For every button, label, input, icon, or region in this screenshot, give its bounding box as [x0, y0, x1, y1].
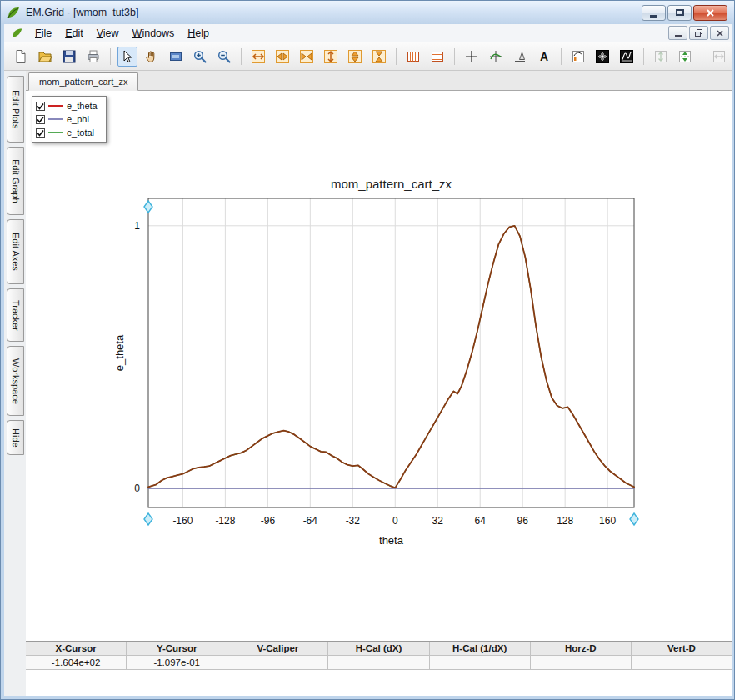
- svg-text:160: 160: [599, 515, 616, 527]
- plot-style-icon[interactable]: [568, 47, 588, 67]
- status-value: [632, 656, 732, 670]
- toolbar-separator: [643, 48, 644, 65]
- svg-text:-96: -96: [261, 515, 276, 527]
- svg-text:32: 32: [432, 515, 444, 527]
- status-value: [228, 656, 328, 670]
- svg-text:64: 64: [475, 515, 487, 527]
- expand-y-icon[interactable]: [321, 47, 341, 67]
- save-icon[interactable]: [59, 47, 79, 67]
- legend-checkbox-e-total[interactable]: [36, 128, 45, 138]
- grid-columns-icon[interactable]: [403, 47, 423, 67]
- maximize-button[interactable]: [668, 5, 692, 21]
- svg-text:-160: -160: [172, 515, 192, 527]
- legend-checkbox-e-phi[interactable]: [36, 115, 45, 124]
- close-button[interactable]: [693, 5, 728, 21]
- zoom-box-tool-icon[interactable]: [166, 47, 186, 67]
- svg-text:0: 0: [134, 482, 140, 494]
- chart-canvas[interactable]: -160-128-96-64-32032649612816001mom_patt…: [26, 91, 732, 641]
- toolbar: A Layou: [4, 42, 732, 71]
- status-value: [328, 656, 429, 670]
- app-icon: [6, 5, 21, 20]
- window-title: EM.Grid - [wmom_tut3b]: [26, 7, 642, 18]
- sidebar-tab-edit-plots[interactable]: Edit Plots: [7, 76, 24, 142]
- sidebar-tab-hide[interactable]: Hide: [7, 420, 24, 455]
- legend-item: e_phi: [36, 112, 102, 126]
- scroll-y-icon[interactable]: [345, 47, 365, 67]
- menu-edit[interactable]: Edit: [58, 25, 90, 42]
- shrink-y-icon[interactable]: [369, 47, 389, 67]
- status-header: Y-Cursor: [127, 642, 228, 656]
- document-icon[interactable]: [11, 27, 23, 39]
- axis-scale-handle[interactable]: [144, 513, 152, 525]
- sidebar-tab-edit-graph[interactable]: Edit Graph: [7, 147, 24, 215]
- caliper-tool-icon[interactable]: [510, 47, 530, 67]
- legend-label: e_theta: [67, 101, 98, 111]
- status-value: -1.097e-01: [127, 656, 228, 670]
- grid-lines: [148, 198, 634, 508]
- legend-line-sample: [48, 132, 63, 133]
- menu-file[interactable]: File: [28, 25, 58, 42]
- document-tab[interactable]: mom_pattern_cart_zx: [28, 72, 138, 91]
- legend-line-sample: [48, 105, 63, 107]
- toolbar-separator: [454, 48, 455, 65]
- sidebar-tab-workspace[interactable]: Workspace: [7, 346, 24, 416]
- mdi-close-button[interactable]: [710, 26, 729, 40]
- legend-checkbox-e-theta[interactable]: [36, 102, 45, 111]
- chart-title: mom_pattern_cart_zx: [331, 177, 452, 191]
- chart-region: -160-128-96-64-32032649612816001mom_patt…: [26, 91, 732, 641]
- legend-item: e_theta: [36, 99, 102, 112]
- cartesian-plot-icon[interactable]: [617, 47, 637, 67]
- svg-text:-128: -128: [215, 515, 235, 527]
- legend-panel[interactable]: e_theta e_phi e_total: [32, 96, 107, 142]
- menu-windows[interactable]: Windows: [126, 25, 182, 42]
- mdi-restore-button[interactable]: [689, 26, 708, 40]
- minimize-button[interactable]: [642, 5, 666, 21]
- zoom-in-icon[interactable]: [190, 47, 210, 67]
- legend-label: e_total: [67, 128, 94, 138]
- axis-scale-handle[interactable]: [144, 201, 152, 212]
- tracker-tool-icon[interactable]: [486, 47, 506, 67]
- expand-x-icon[interactable]: [248, 47, 268, 67]
- menu-bar: File Edit View Windows Help: [4, 24, 732, 42]
- zoom-out-icon[interactable]: [214, 47, 234, 67]
- fit-y-icon[interactable]: [675, 47, 695, 67]
- grid-rows-icon[interactable]: [428, 47, 448, 67]
- select-tool-icon[interactable]: [118, 47, 138, 67]
- new-file-icon[interactable]: [11, 47, 31, 67]
- app-window: EM.Grid - [wmom_tut3b] File Edit View Wi…: [0, 0, 735, 700]
- autoscale-x-icon[interactable]: [709, 47, 729, 67]
- shrink-x-icon[interactable]: [297, 47, 317, 67]
- polar-plot-icon[interactable]: [592, 47, 612, 67]
- cursor-status-table: X-Cursor Y-Cursor V-Caliper H-Cal (dX) H…: [26, 641, 732, 670]
- crosshair-icon[interactable]: [462, 47, 482, 67]
- menu-help[interactable]: Help: [181, 25, 216, 42]
- text-annotation-label: A: [540, 50, 548, 63]
- print-icon[interactable]: [83, 47, 103, 67]
- scroll-x-icon[interactable]: [272, 47, 292, 67]
- axis-scale-handle[interactable]: [630, 513, 638, 525]
- status-value: [430, 656, 531, 670]
- pan-tool-icon[interactable]: [142, 47, 162, 67]
- status-header: X-Cursor: [26, 642, 127, 656]
- svg-text:0: 0: [392, 515, 398, 527]
- menu-view[interactable]: View: [90, 25, 126, 42]
- mdi-minimize-button[interactable]: [668, 26, 688, 40]
- svg-text:128: 128: [557, 515, 573, 527]
- toolbar-separator: [396, 48, 397, 65]
- toolbar-separator: [702, 48, 702, 65]
- sidebar-tab-tracker[interactable]: Tracker: [7, 288, 24, 342]
- title-bar[interactable]: EM.Grid - [wmom_tut3b]: [1, 1, 734, 24]
- legend-label: e_phi: [67, 114, 89, 124]
- toolbar-separator: [110, 48, 111, 65]
- content-area: mom_pattern_cart_zx -160-128-96-64-32032…: [26, 71, 732, 696]
- legend-line-sample: [48, 118, 63, 120]
- svg-text:1: 1: [134, 220, 140, 232]
- sidebar: Edit Plots Edit Graph Edit Axes Tracker …: [4, 71, 26, 696]
- text-annotation-icon[interactable]: A: [534, 47, 554, 67]
- series-e_theta: [148, 226, 634, 488]
- status-header: V-Caliper: [228, 642, 328, 656]
- status-header: H-Cal (dX): [328, 642, 429, 656]
- autoscale-y-icon[interactable]: [651, 47, 671, 67]
- sidebar-tab-edit-axes[interactable]: Edit Axes: [7, 219, 24, 284]
- open-file-icon[interactable]: [35, 47, 55, 67]
